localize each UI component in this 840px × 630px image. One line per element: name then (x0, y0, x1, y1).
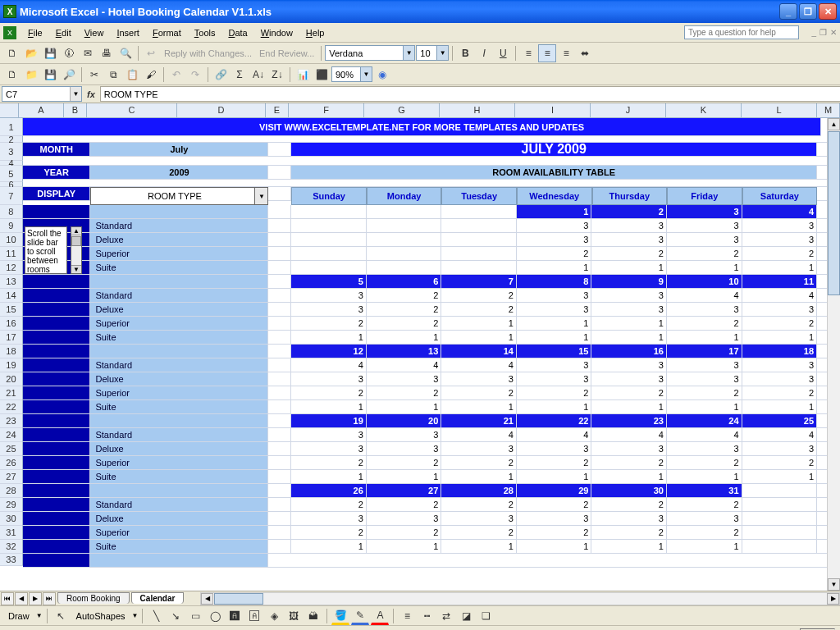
row-header[interactable]: 27 (0, 470, 23, 484)
row-header[interactable]: 21 (0, 386, 23, 400)
line-icon[interactable]: ╲ (147, 607, 165, 625)
sheet-tab-calendar[interactable]: Calendar (131, 592, 185, 604)
sort-desc-icon[interactable]: Z↓ (268, 66, 286, 84)
name-box[interactable]: C7▼ (2, 86, 82, 102)
spreadsheet-grid[interactable]: ABCDEFGHIJKLM 1VISIT WWW.EXCELTEMPLATE.N… (0, 103, 840, 591)
menu-data[interactable]: Data (221, 25, 253, 40)
save-icon[interactable]: 💾 (41, 44, 59, 62)
arrow-style-icon[interactable]: ⇄ (437, 607, 455, 625)
menu-help[interactable]: Help (299, 25, 331, 40)
cut-icon[interactable]: ✂ (85, 66, 103, 84)
col-header-A[interactable]: A (19, 103, 64, 117)
slider-thumb[interactable] (71, 236, 81, 246)
row-header[interactable]: 2 (0, 136, 23, 143)
maximize-button[interactable]: ❐ (799, 3, 817, 20)
scroll-up-icon[interactable]: ▲ (828, 118, 840, 130)
font-name-select[interactable]: Verdana▼ (325, 45, 415, 61)
col-header-H[interactable]: H (440, 103, 515, 117)
line-color-icon[interactable]: ✎ (351, 607, 369, 625)
draw-menu[interactable]: Draw (3, 609, 34, 623)
redo-icon[interactable]: ↷ (186, 66, 204, 84)
col-header-I[interactable]: I (515, 103, 591, 117)
row-header[interactable]: 33 (0, 554, 23, 566)
save-disk-icon[interactable]: 💾 (41, 66, 59, 84)
fill-color-icon[interactable]: 🪣 (331, 607, 349, 625)
align-left-icon[interactable]: ≡ (519, 44, 537, 62)
row-header[interactable]: 31 (0, 526, 23, 540)
sort-asc-icon[interactable]: A↓ (249, 66, 267, 84)
shadow-icon[interactable]: ◪ (457, 607, 475, 625)
row-header[interactable]: 23 (0, 414, 23, 428)
chevron-down-icon[interactable]: ▼ (403, 46, 414, 60)
chevron-down-icon[interactable]: ▼ (360, 67, 372, 81)
drawing-toggle-icon[interactable]: ⬛ (313, 66, 331, 84)
oval-icon[interactable]: ◯ (206, 607, 224, 625)
scroll-thumb[interactable] (828, 131, 840, 295)
row-header[interactable]: 17 (0, 331, 23, 345)
undo-icon[interactable]: ↶ (167, 66, 185, 84)
wordart-icon[interactable]: 🄰 (245, 607, 263, 625)
row-header[interactable]: 26 (0, 456, 23, 470)
textbox-icon[interactable]: 🅰 (226, 607, 244, 625)
row-header[interactable]: 16 (0, 317, 23, 331)
paste-icon[interactable]: 📋 (123, 66, 141, 84)
zoom-select[interactable]: 90%▼ (331, 66, 372, 82)
minimize-button[interactable]: _ (779, 3, 797, 20)
row-header[interactable]: 32 (0, 540, 23, 554)
row-header[interactable]: 13 (0, 275, 23, 289)
col-header-M[interactable]: M (817, 103, 840, 117)
bold-icon[interactable]: B (456, 44, 474, 62)
help-icon[interactable]: ◉ (373, 66, 391, 84)
row-header[interactable]: 29 (0, 498, 23, 512)
print-preview-icon[interactable]: 🔍 (116, 44, 135, 62)
display-dropdown[interactable]: ROOM TYPE▼ (90, 187, 268, 205)
chevron-down-icon[interactable]: ▼ (436, 46, 448, 60)
3d-icon[interactable]: ❏ (477, 607, 495, 625)
scroll-down-icon[interactable]: ▼ (828, 578, 840, 591)
select-objects-icon[interactable]: ↖ (52, 607, 70, 625)
new-blank-icon[interactable]: 🗋 (3, 66, 21, 84)
col-header-L[interactable]: L (742, 103, 817, 117)
help-search-input[interactable] (684, 25, 799, 39)
close-button[interactable]: ✕ (819, 3, 837, 20)
row-header[interactable]: 9 (0, 219, 23, 233)
chart-wizard-icon[interactable]: 📊 (294, 66, 312, 84)
menu-format[interactable]: Format (146, 25, 188, 40)
row-header[interactable]: 12 (0, 261, 23, 275)
doc-restore-button[interactable]: ❐ (819, 28, 827, 37)
diagram-icon[interactable]: ◈ (265, 607, 283, 625)
row-header[interactable]: 7 (0, 187, 23, 205)
format-painter-icon[interactable]: 🖌 (142, 66, 160, 84)
col-header-D[interactable]: D (177, 103, 266, 117)
chevron-down-icon[interactable]: ▼ (70, 87, 81, 101)
tab-nav-next-icon[interactable]: ▶ (29, 592, 42, 605)
hscroll-thumb[interactable] (214, 593, 263, 605)
menu-window[interactable]: Window (254, 25, 299, 40)
new-icon[interactable]: 🗋 (3, 44, 21, 62)
permission-icon[interactable]: 🛈 (60, 44, 78, 62)
col-header-G[interactable]: G (364, 103, 440, 117)
col-header-C[interactable]: C (87, 103, 177, 117)
sheet-tab-room-booking[interactable]: Room Booking (57, 592, 130, 604)
row-header[interactable]: 15 (0, 303, 23, 317)
year-value[interactable]: 2009 (90, 166, 268, 180)
font-color-icon[interactable]: A (371, 607, 389, 625)
row-header[interactable]: 19 (0, 358, 23, 372)
col-header-K[interactable]: K (666, 103, 742, 117)
menu-tools[interactable]: Tools (188, 25, 222, 40)
select-all-corner[interactable] (0, 103, 19, 117)
align-center-icon[interactable]: ≡ (538, 44, 556, 62)
menu-file[interactable]: File (21, 25, 49, 40)
scroll-left-icon[interactable]: ◀ (201, 593, 213, 605)
picture-icon[interactable]: 🏔 (304, 607, 322, 625)
fx-icon[interactable]: fx (87, 89, 95, 99)
mail-icon[interactable]: ✉ (79, 44, 97, 62)
italic-icon[interactable]: I (475, 44, 493, 62)
rectangle-icon[interactable]: ▭ (186, 607, 204, 625)
row-header[interactable]: 8 (0, 205, 23, 219)
underline-icon[interactable]: U (494, 44, 512, 62)
month-value[interactable]: July (90, 143, 268, 157)
col-header-B[interactable]: B (64, 103, 87, 117)
row-header[interactable]: 30 (0, 512, 23, 526)
row-header[interactable]: 10 (0, 233, 23, 247)
